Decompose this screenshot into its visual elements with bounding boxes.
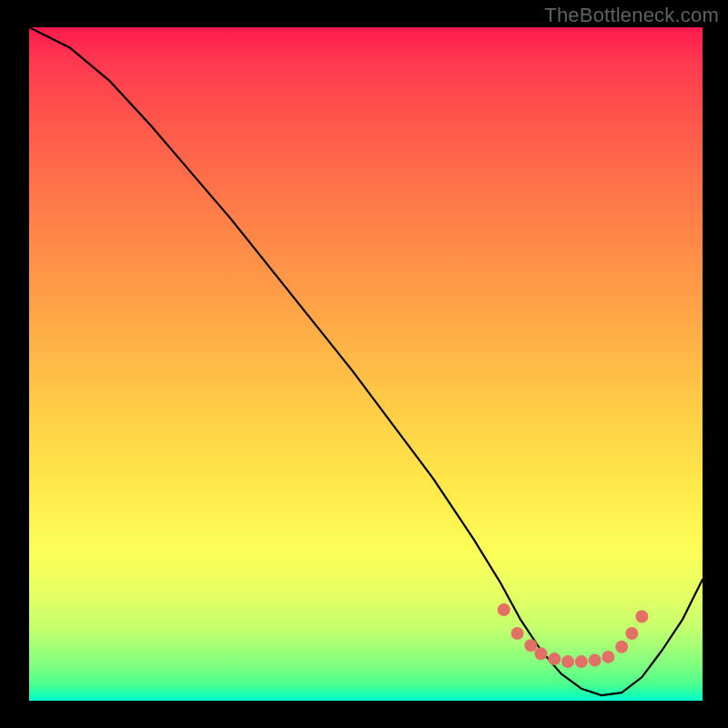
marker-dot: [534, 647, 547, 660]
chart-frame: TheBottleneck.com: [0, 0, 728, 728]
chart-svg: [0, 0, 728, 728]
marker-dot: [498, 603, 511, 616]
marker-dot: [625, 627, 638, 640]
bottleneck-curve: [29, 27, 703, 695]
attribution-text: TheBottleneck.com: [544, 4, 719, 27]
marker-dot: [615, 641, 628, 653]
marker-dot: [511, 627, 524, 640]
marker-dot: [548, 652, 561, 665]
marker-dot: [524, 639, 537, 652]
marker-dot: [561, 655, 574, 668]
marker-dot: [575, 655, 588, 668]
marker-dot: [602, 651, 614, 663]
marker-dot: [589, 654, 602, 667]
marker-dot: [635, 611, 648, 623]
